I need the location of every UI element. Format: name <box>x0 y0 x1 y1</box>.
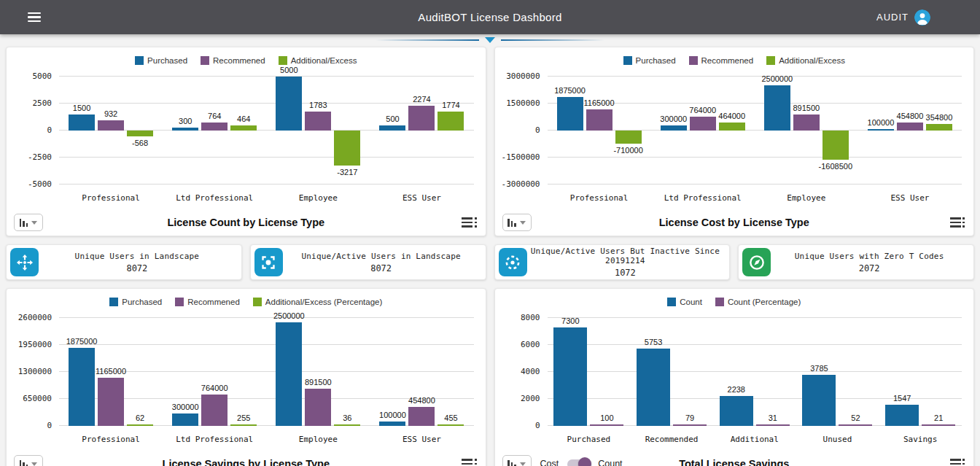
y-tick-label: 8000 <box>521 313 540 322</box>
chart-context-menu-icon[interactable] <box>460 214 478 230</box>
stat-card-inactive-users[interactable]: Unique/Active Users But Inactive Since 2… <box>494 244 731 280</box>
bar-count[interactable] <box>553 327 587 426</box>
hamburger-menu-icon[interactable] <box>28 6 57 29</box>
bar-count-percentage-[interactable] <box>839 424 872 426</box>
legend-item[interactable]: Purchased <box>623 55 676 65</box>
legend-item[interactable]: Purchased <box>109 297 162 306</box>
chart-type-dropdown[interactable] <box>14 455 43 466</box>
dashed-circle-icon <box>499 248 527 276</box>
data-label: 2238 <box>728 385 745 394</box>
bar-recommened[interactable] <box>305 389 331 426</box>
bar-purchased[interactable] <box>379 422 405 426</box>
bar-purchased[interactable] <box>69 114 95 131</box>
bar-recommened[interactable] <box>98 120 124 131</box>
data-label: 454800 <box>408 396 435 405</box>
x-category-label: Professional <box>59 435 163 444</box>
legend-item[interactable]: Recommened <box>201 55 265 65</box>
bar-recommened[interactable] <box>201 123 228 131</box>
data-label: 1547 <box>893 394 911 403</box>
chart-card-total-savings: CountCount (Percentage) 8000600040002000… <box>494 288 975 466</box>
bar-additional-excess-percentage-[interactable] <box>230 424 257 426</box>
bar-count[interactable] <box>802 375 836 426</box>
bar-recommened[interactable] <box>201 395 228 426</box>
data-label: 464000 <box>718 112 745 120</box>
chart-context-menu-icon[interactable] <box>949 456 966 466</box>
x-axis-labels: ProfessionalLtd ProfessionalEmployeeESS … <box>59 193 474 203</box>
x-category-label: Additional <box>713 435 796 444</box>
legend-swatch-icon <box>135 56 144 65</box>
bar-additional-excess[interactable] <box>127 131 153 136</box>
bar-count-percentage-[interactable] <box>756 424 790 426</box>
bar-recommened[interactable] <box>690 117 716 131</box>
x-category-label: Unused <box>796 435 879 444</box>
legend-item[interactable]: Purchased <box>135 55 187 65</box>
bar-recommened[interactable] <box>408 106 435 131</box>
bar-additional-excess[interactable] <box>438 112 464 131</box>
legend-item[interactable]: Additional/Excess <box>279 55 357 65</box>
legend-item[interactable]: Recommened <box>689 55 754 65</box>
legend-item[interactable]: Count <box>667 297 702 306</box>
legend-item[interactable]: Recommened <box>175 297 240 306</box>
carousel-indicator[interactable] <box>0 34 980 45</box>
y-tick-label: -5000 <box>28 179 52 189</box>
chart-legend: PurchasedRecommenedAdditional/Excess (Pe… <box>14 293 478 306</box>
legend-item[interactable]: Count (Percentage) <box>715 297 801 306</box>
bar-additional-excess-percentage-[interactable] <box>127 424 153 426</box>
y-tick-label: 4000 <box>521 367 540 376</box>
bar-purchased[interactable] <box>172 413 198 426</box>
bar-purchased[interactable] <box>172 128 198 131</box>
chevron-down-icon[interactable] <box>485 37 495 43</box>
bar-purchased[interactable] <box>276 322 302 426</box>
legend-swatch-icon <box>175 298 184 306</box>
chart-context-menu-icon[interactable] <box>460 456 478 466</box>
x-axis-labels: ProfessionalLtd ProfessionalEmployeeESS … <box>59 435 474 444</box>
x-category-label: ESS User <box>370 193 473 203</box>
bar-purchased[interactable] <box>764 85 790 131</box>
bar-count[interactable] <box>720 396 753 426</box>
bar-additional-excess[interactable] <box>822 131 849 160</box>
user-menu[interactable]: AUDIT <box>876 9 930 26</box>
bar-count[interactable] <box>885 405 919 426</box>
bar-additional-excess[interactable] <box>334 131 360 166</box>
chart-context-menu-icon[interactable] <box>949 214 966 230</box>
bar-recommened[interactable] <box>305 112 331 131</box>
bar-count-percentage-[interactable] <box>673 424 707 426</box>
bar-purchased[interactable] <box>661 125 687 131</box>
chart-type-dropdown[interactable] <box>502 455 532 466</box>
chart-title: License Cost by License Type <box>659 217 809 228</box>
y-tick-label: 5000 <box>33 71 52 81</box>
user-avatar-icon[interactable] <box>914 9 930 26</box>
legend-swatch-icon <box>623 56 632 65</box>
bar-count-percentage-[interactable] <box>590 424 623 426</box>
bar-additional-excess[interactable] <box>926 124 952 131</box>
bar-additional-excess[interactable] <box>230 125 257 131</box>
bar-additional-excess[interactable] <box>719 123 745 131</box>
bar-recommened[interactable] <box>897 123 923 131</box>
stat-card-unique-users[interactable]: Unique Users in Landscape 8072 <box>6 244 242 280</box>
bar-purchased[interactable] <box>276 77 302 131</box>
bar-recommened[interactable] <box>793 114 820 131</box>
data-label: 21 <box>934 413 943 422</box>
bar-count[interactable] <box>637 349 670 426</box>
stat-card-zero-tcodes[interactable]: Unique Users with Zero T Codes 2072 <box>738 244 974 280</box>
bar-additional-excess-percentage-[interactable] <box>438 424 464 426</box>
legend-swatch-icon <box>766 56 775 65</box>
bar-purchased[interactable] <box>379 125 405 131</box>
bar-recommened[interactable] <box>98 378 124 426</box>
stat-card-active-users[interactable]: Unique/Active Users in Landscape 8072 <box>250 244 486 280</box>
bar-count-percentage-[interactable] <box>922 424 955 426</box>
bar-purchased[interactable] <box>868 129 894 131</box>
x-axis-labels: ProfessionalLtd ProfessionalEmployeeESS … <box>548 193 962 203</box>
bar-purchased[interactable] <box>69 348 95 426</box>
chart-type-dropdown[interactable] <box>502 214 532 231</box>
bar-additional-excess[interactable] <box>615 131 642 144</box>
legend-item[interactable]: Additional/Excess <box>766 55 845 65</box>
legend-item[interactable]: Additional/Excess (Percentage) <box>253 297 382 306</box>
bar-recommened[interactable] <box>586 109 612 131</box>
cost-count-toggle[interactable] <box>567 459 589 466</box>
data-label: 764000 <box>689 106 716 114</box>
bar-purchased[interactable] <box>557 97 583 131</box>
bar-additional-excess-percentage-[interactable] <box>334 424 360 426</box>
chart-type-dropdown[interactable] <box>14 214 43 231</box>
bar-recommened[interactable] <box>408 407 435 426</box>
